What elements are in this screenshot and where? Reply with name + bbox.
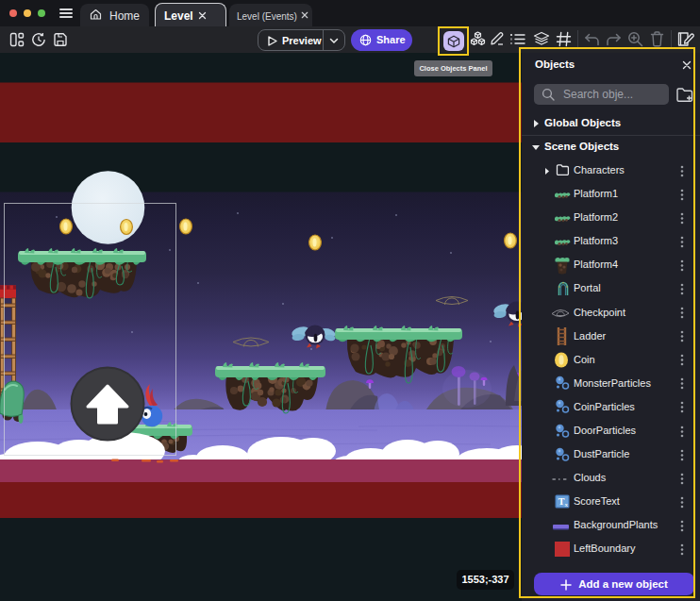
svg-text:x: x <box>565 501 569 509</box>
